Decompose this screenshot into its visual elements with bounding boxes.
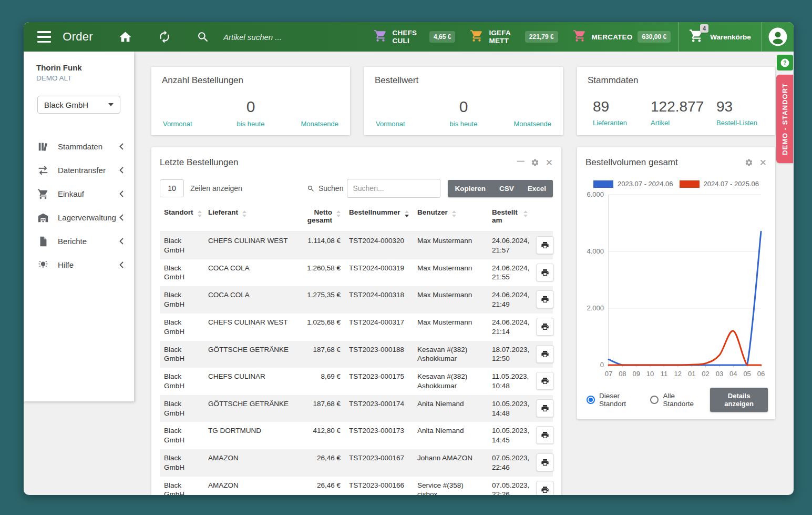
hamburger-menu-icon[interactable] [37,31,51,43]
table-search-input[interactable] [347,179,440,198]
gear-icon[interactable] [531,158,539,167]
chart-legend: 2023.07 - 2024.062024.07 - 2025.06 [577,180,775,188]
print-button[interactable] [536,453,554,471]
artikel-count: 122.877 [651,98,716,115]
print-button[interactable] [536,481,554,495]
column-header-netto-gesamt[interactable]: Netto gesamt [294,203,345,232]
print-icon [541,458,549,467]
svg-text:12: 12 [674,370,682,378]
cell-lieferant: CHEFS CULINAR WEST [204,232,294,259]
sort-icon [452,210,456,217]
print-button[interactable] [536,345,554,363]
close-icon[interactable]: ✕ [546,158,553,167]
copy-button[interactable]: Kopieren [448,180,492,197]
legend-label: 2023.07 - 2024.06 [618,180,673,188]
link-artikel[interactable]: Artikel [651,119,716,127]
table-row[interactable]: Black GmbH COCA COLA 1.275,35 € TST2024-… [160,286,553,314]
sidebar-item-label: Einkauf [58,189,84,198]
print-button[interactable] [536,318,554,336]
link-monatsende[interactable]: Monatsende [301,120,338,128]
sidebar-item-einkauf[interactable]: Einkauf [24,182,134,206]
link-monatsende[interactable]: Monatsende [513,120,551,128]
card-stats: Vormonat 0 bis heute Monatsende [364,98,563,128]
search-icon[interactable] [197,31,210,44]
cart-chip-igefa-mett[interactable]: IGEFA METT 221,79 € [462,22,565,52]
column-header-benutzer[interactable]: Benutzer [413,203,488,232]
link-bis-heute[interactable]: bis heute [450,120,478,128]
cell-bestellnummer: TST2023-000174 [345,395,413,422]
cart-icon [37,188,49,200]
print-button[interactable] [536,399,554,417]
cell-netto-gesamt: 187,68 € [294,395,345,422]
sidebar-item-berichte[interactable]: Berichte [24,229,134,253]
gear-icon[interactable] [745,158,753,167]
table-row[interactable]: Black GmbH TG DORTMUND 412,80 € TST2023-… [160,422,553,449]
table-row[interactable]: Black GmbH CHEFS CULINAR WEST 1.114,08 €… [160,232,553,259]
panel-header: Letzte Bestellungen — ✕ [151,147,561,170]
table-row[interactable]: Black GmbH CHEFS CULINAR WEST 1.025,68 €… [160,314,553,341]
svg-text:03: 03 [716,370,723,378]
question-help-icon[interactable]: ? [777,55,793,70]
basket-cart-icon: 4 [689,28,704,45]
sidebar-item-datentransfer[interactable]: Datentransfer [24,158,134,182]
print-button[interactable] [536,372,554,390]
article-search-input[interactable] [223,33,366,42]
user-role-link[interactable]: DEMO ALT [36,74,121,82]
table-row[interactable]: Black GmbH GÖTTSCHE GETRÄNKE 187,68 € TS… [160,341,553,368]
link-lieferanten[interactable]: Lieferanten [593,119,651,127]
basket-count-badge: 4 [700,24,708,33]
demo-standort-ribbon[interactable]: DEMO - STANDORT [776,75,793,163]
cart-chip-chefs-culi[interactable]: CHEFS CULI 4,65 € [366,22,463,52]
nav-icon-group [118,30,210,44]
print-button[interactable] [536,236,554,254]
table-header-row: Standort Lieferant Netto gesamt Bestelln… [160,203,553,232]
table-row[interactable]: Black GmbH GÖTTSCHE GETRÄNKE 187,68 € TS… [160,395,553,422]
print-button[interactable] [536,290,554,308]
column-header-lieferant[interactable]: Lieferant [204,203,294,232]
table-row[interactable]: Black GmbH COCA COLA 1.260,58 € TST2024-… [160,259,553,287]
details-button[interactable]: Details anzeigen [710,388,768,412]
user-name: Thorin Funk [36,63,121,72]
link-vormonat[interactable]: Vormonat [376,120,405,128]
user-avatar-icon[interactable] [762,22,794,52]
cell-lieferant: CHEFS CULINAR WEST [204,314,294,341]
sidebar-item-stammdaten[interactable]: Stammdaten [24,135,134,158]
column-header-bestellt-am[interactable]: Bestellt am [488,203,532,232]
home-icon[interactable] [118,30,132,44]
table-row[interactable]: Black GmbH AMAZON 26,46 € TST2023-000166… [160,477,553,495]
rows-per-page-input[interactable] [160,179,184,197]
sidebar-item-lagerverwaltung[interactable]: Lagerverwaltung [24,206,134,229]
cell-lieferant: COCA COLA [204,259,294,287]
print-icon [541,295,549,304]
nav-cart-section: CHEFS CULI 4,65 € IGEFA METT 221,79 € ME… [366,22,794,52]
cart-icon [374,29,387,45]
link-vormonat[interactable]: Vormonat [163,120,192,128]
company-select[interactable]: Black GmbH [37,96,120,114]
baskets-button[interactable]: 4 Warenkörbe [678,22,762,52]
refresh-icon[interactable] [158,30,171,44]
column-header-bestellnummer[interactable]: Bestellnummer [345,203,413,232]
link-bis-heute[interactable]: bis heute [237,120,265,128]
user-block: Thorin Funk DEMO ALT [24,52,134,82]
sidebar-item-label: Berichte [58,237,87,246]
table-row[interactable]: Black GmbH AMAZON 26,46 € TST2023-000167… [160,449,553,477]
table-row[interactable]: Black GmbH CHEFS CULINAR 8,69 € TST2023-… [160,368,553,395]
minimize-icon[interactable]: — [517,157,525,168]
print-button[interactable] [536,426,554,444]
app-title: Order [63,30,93,44]
close-icon[interactable]: ✕ [759,158,767,167]
chevron-down-icon [108,103,114,106]
radio-alle-standorte[interactable]: Alle Standorte [650,392,700,408]
print-button[interactable] [536,264,554,281]
link-bestell-listen[interactable]: Bestell-Listen [716,119,757,127]
radio-dieser-standort[interactable]: Dieser Standort [587,392,640,408]
cell-standort: Black GmbH [160,449,204,477]
cart-chip-mercateo[interactable]: MERCATEO 630,00 € [566,22,679,52]
excel-button[interactable]: Excel [521,180,553,197]
csv-button[interactable]: CSV [492,180,521,197]
svg-text:6.000: 6.000 [587,191,604,198]
radio-selected-icon [587,396,595,404]
sidebar-item-hilfe[interactable]: Hilfe [24,253,134,277]
column-header-standort[interactable]: Standort [160,203,204,232]
card-stats: 89 Lieferanten 122.877 Artikel 93 Bestel… [577,98,775,127]
